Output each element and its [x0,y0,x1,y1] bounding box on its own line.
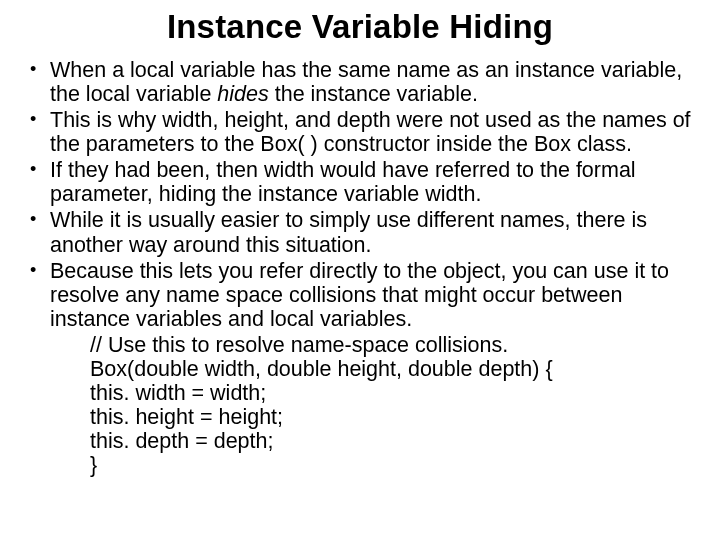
bullet-dot: • [28,208,50,256]
bullet-item: • This is why width, height, and depth w… [28,108,692,156]
code-line: this. depth = depth; [90,429,692,453]
slide-body: • When a local variable has the same nam… [28,58,692,477]
bullet-text: When a local variable has the same name … [50,58,692,106]
bullet-text: While it is usually easier to simply use… [50,208,692,256]
bullet-item: • While it is usually easier to simply u… [28,208,692,256]
bullet-dot: • [28,108,50,156]
code-line: this. height = height; [90,405,692,429]
code-block: // Use this to resolve name-space collis… [28,333,692,477]
code-line: Box(double width, double height, double … [90,357,692,381]
text-em: hides [217,82,268,106]
bullet-dot: • [28,259,50,331]
code-line: this. width = width; [90,381,692,405]
text-post: the instance variable. [269,82,478,106]
bullet-text: Because this lets you refer directly to … [50,259,692,331]
bullet-item: • When a local variable has the same nam… [28,58,692,106]
slide-title: Instance Variable Hiding [28,8,692,46]
bullet-item: • Because this lets you refer directly t… [28,259,692,331]
bullet-dot: • [28,58,50,106]
slide: Instance Variable Hiding • When a local … [0,0,720,540]
bullet-item: • If they had been, then width would hav… [28,158,692,206]
bullet-text: If they had been, then width would have … [50,158,692,206]
bullet-dot: • [28,158,50,206]
code-line: } [90,453,692,477]
bullet-text: This is why width, height, and depth wer… [50,108,692,156]
code-line: // Use this to resolve name-space collis… [90,333,692,357]
